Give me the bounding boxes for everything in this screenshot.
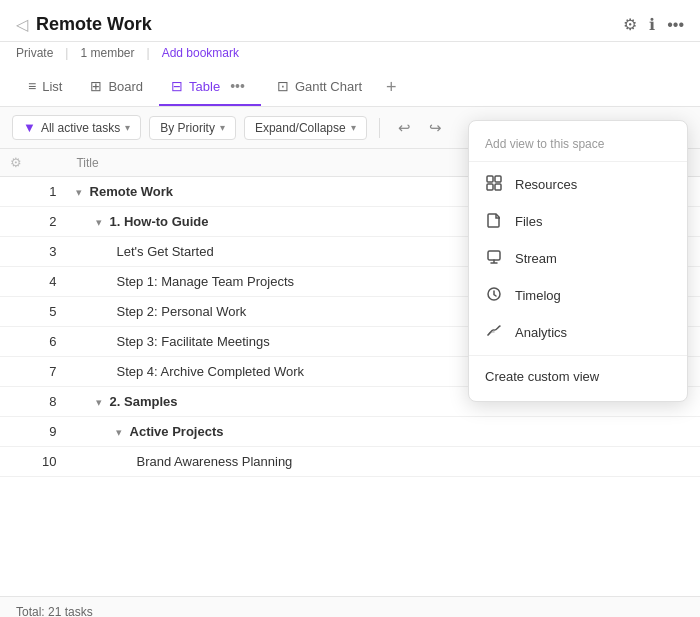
sep2: | xyxy=(147,46,150,60)
row-title-text: Brand Awareness Planning xyxy=(136,454,292,469)
expand-collapse-filter[interactable]: Expand/Collapse ▾ xyxy=(244,116,367,140)
tab-board[interactable]: ⊞ Board xyxy=(78,68,155,106)
row-number: 2 xyxy=(32,207,66,237)
sep1: | xyxy=(65,46,68,60)
active-tasks-label: All active tasks xyxy=(41,121,120,135)
subheader: Private | 1 member | Add bookmark xyxy=(0,42,700,68)
bookmark-link[interactable]: Add bookmark xyxy=(162,46,239,60)
row-settings-cell xyxy=(0,357,32,387)
row-number: 6 xyxy=(32,327,66,357)
resources-label: Resources xyxy=(515,177,577,192)
more-icon[interactable]: ••• xyxy=(667,16,684,34)
table-more-icon[interactable]: ••• xyxy=(226,78,249,94)
tab-table[interactable]: ⊟ Table ••• xyxy=(159,68,261,106)
row-number: 7 xyxy=(32,357,66,387)
settings-icon[interactable]: ⚙ xyxy=(623,15,637,34)
filter-icon: ▼ xyxy=(23,120,36,135)
dropdown-separator xyxy=(469,355,687,356)
header-icons: ⚙ ℹ ••• xyxy=(623,15,684,34)
dropdown-item-files[interactable]: Files xyxy=(469,203,687,240)
settings-col-icon[interactable]: ⚙ xyxy=(10,155,22,170)
row-title-text: Step 4: Archive Completed Work xyxy=(116,364,304,379)
tab-list[interactable]: ≡ List xyxy=(16,68,74,106)
row-number: 1 xyxy=(32,177,66,207)
analytics-label: Analytics xyxy=(515,325,567,340)
tab-gantt-label: Gantt Chart xyxy=(295,79,362,94)
add-view-dropdown: Add view to this space Resources Files S… xyxy=(468,120,688,402)
info-icon[interactable]: ℹ xyxy=(649,15,655,34)
svg-rect-2 xyxy=(487,184,493,190)
collapse-arrow-icon[interactable]: ▾ xyxy=(76,186,85,198)
dropdown-item-analytics[interactable]: Analytics xyxy=(469,314,687,351)
collapse-arrow-icon[interactable]: ▾ xyxy=(96,216,105,228)
collapse-arrow-icon[interactable]: ▾ xyxy=(96,396,105,408)
app-header: ◁ Remote Work ⚙ ℹ ••• xyxy=(0,0,700,42)
row-settings-cell xyxy=(0,447,32,477)
analytics-icon xyxy=(485,323,503,342)
row-title[interactable]: Brand Awareness Planning xyxy=(66,447,700,477)
tab-board-label: Board xyxy=(108,79,143,94)
header-left: ◁ Remote Work xyxy=(16,14,152,35)
row-title-text: Step 3: Facilitate Meetings xyxy=(116,334,269,349)
tab-gantt[interactable]: ⊡ Gantt Chart xyxy=(265,68,374,106)
stream-icon xyxy=(485,249,503,268)
files-label: Files xyxy=(515,214,542,229)
tabs-bar: ≡ List ⊞ Board ⊟ Table ••• ⊡ Gantt Chart… xyxy=(0,68,700,107)
board-icon: ⊞ xyxy=(90,78,102,94)
total-tasks-label: Total: 21 tasks xyxy=(16,605,93,617)
row-number: 8 xyxy=(32,387,66,417)
row-title[interactable]: ▾ Active Projects xyxy=(66,417,700,447)
svg-rect-4 xyxy=(488,251,500,260)
priority-arrow: ▾ xyxy=(220,122,225,133)
row-settings-cell xyxy=(0,267,32,297)
table-footer: Total: 21 tasks xyxy=(0,596,700,617)
row-settings-cell xyxy=(0,237,32,267)
col-num xyxy=(32,149,66,177)
timelog-icon xyxy=(485,286,503,305)
files-icon xyxy=(485,212,503,231)
by-priority-filter[interactable]: By Priority ▾ xyxy=(149,116,236,140)
filter-separator xyxy=(379,118,380,138)
row-settings-cell xyxy=(0,207,32,237)
dropdown-item-stream[interactable]: Stream xyxy=(469,240,687,277)
row-number: 3 xyxy=(32,237,66,267)
svg-rect-3 xyxy=(495,184,501,190)
undo-button[interactable]: ↩ xyxy=(392,116,417,140)
page-title: Remote Work xyxy=(36,14,152,35)
expand-arrow: ▾ xyxy=(351,122,356,133)
row-title-text: Let's Get Started xyxy=(116,244,213,259)
timelog-label: Timelog xyxy=(515,288,561,303)
row-title-text: Active Projects xyxy=(130,424,224,439)
members-label: 1 member xyxy=(80,46,134,60)
sidebar-toggle-icon[interactable]: ◁ xyxy=(16,15,28,34)
active-tasks-filter[interactable]: ▼ All active tasks ▾ xyxy=(12,115,141,140)
collapse-arrow-icon[interactable]: ▾ xyxy=(116,426,125,438)
tab-table-label: Table xyxy=(189,79,220,94)
row-number: 5 xyxy=(32,297,66,327)
by-priority-label: By Priority xyxy=(160,121,215,135)
row-number: 10 xyxy=(32,447,66,477)
table-row: 10Brand Awareness Planning xyxy=(0,447,700,477)
row-title-text: 2. Samples xyxy=(110,394,178,409)
dropdown-item-resources[interactable]: Resources xyxy=(469,166,687,203)
stream-label: Stream xyxy=(515,251,557,266)
row-title-text: Step 2: Personal Work xyxy=(116,304,246,319)
add-view-button[interactable]: + xyxy=(378,73,405,102)
table-icon: ⊟ xyxy=(171,78,183,94)
row-title-text: Step 1: Manage Team Projects xyxy=(116,274,294,289)
tab-list-label: List xyxy=(42,79,62,94)
row-number: 9 xyxy=(32,417,66,447)
svg-rect-0 xyxy=(487,176,493,182)
row-settings-cell xyxy=(0,177,32,207)
row-number: 4 xyxy=(32,267,66,297)
filter-actions: ↩ ↪ xyxy=(392,116,448,140)
create-custom-view-button[interactable]: Create custom view xyxy=(469,360,687,393)
gantt-icon: ⊡ xyxy=(277,78,289,94)
list-icon: ≡ xyxy=(28,78,36,94)
row-title-text: 1. How-to Guide xyxy=(110,214,209,229)
dropdown-item-timelog[interactable]: Timelog xyxy=(469,277,687,314)
svg-rect-1 xyxy=(495,176,501,182)
redo-button[interactable]: ↪ xyxy=(423,116,448,140)
row-settings-cell xyxy=(0,387,32,417)
active-tasks-arrow: ▾ xyxy=(125,122,130,133)
